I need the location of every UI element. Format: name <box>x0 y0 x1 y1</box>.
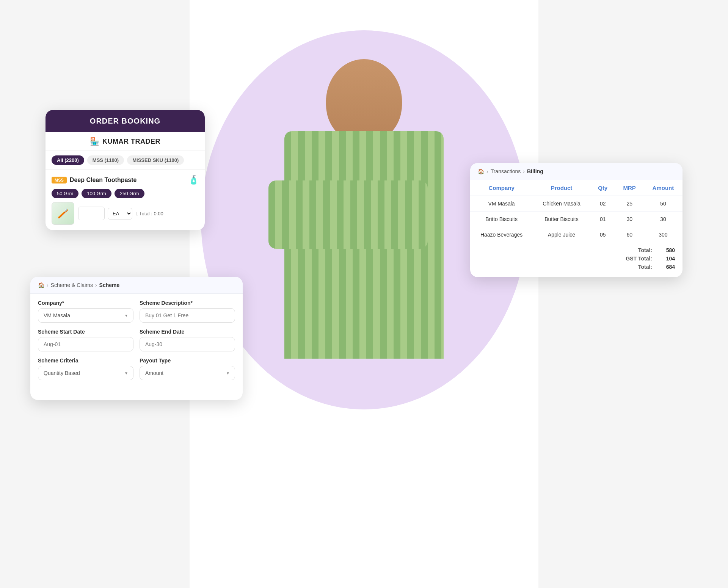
size-50g[interactable]: 50 Grm <box>52 189 78 198</box>
criteria-label: Scheme Criteria <box>38 358 133 364</box>
col-mrp: MRP <box>615 180 644 196</box>
row2-mrp: 30 <box>615 212 644 227</box>
product-image-row: 🪥 EA PCS L Total : 0.00 <box>52 202 199 225</box>
mss-badge: MSS <box>52 177 67 183</box>
breadcrumb-billing: Billing <box>527 168 543 174</box>
payout-select-wrapper: Amount Product Discount <box>140 366 235 380</box>
grand-total-row: Total: 684 <box>478 263 675 271</box>
row2-product: Butter Biscuits <box>533 212 590 227</box>
gst-total-row: GST Total: 104 <box>478 254 675 263</box>
billing-row-3: Haazo Beverages Apple Juice 05 60 300 <box>470 227 682 243</box>
row2-company: Britto Biscuits <box>470 212 533 227</box>
scheme-home-icon: 🏠 <box>38 282 44 288</box>
total-label: Total: <box>638 247 652 253</box>
row1-amount: 50 <box>644 196 682 212</box>
size-250g[interactable]: 250 Grm <box>115 189 144 198</box>
form-row-3: Scheme Criteria Quantity Based Amount Ba… <box>38 358 235 380</box>
breadcrumb-sep-2: › <box>523 168 525 174</box>
total-value: 580 <box>660 247 675 253</box>
criteria-select-wrapper: Quantity Based Amount Based <box>38 366 133 380</box>
home-icon: 🏠 <box>478 168 484 174</box>
tab-all[interactable]: All (2200) <box>52 155 84 165</box>
grand-value: 684 <box>660 264 675 270</box>
company-select-wrapper: VM Masala Britto Biscuits Haazo Beverage… <box>38 308 133 323</box>
store-info: 🏪 KUMAR TRADER <box>46 132 205 151</box>
scheme-form: Company* VM Masala Britto Biscuits Haazo… <box>30 294 243 392</box>
payout-select[interactable]: Amount Product Discount <box>140 366 235 380</box>
scheme-sep-2: › <box>95 282 97 288</box>
col-company: Company <box>470 180 533 196</box>
col-qty: Qty <box>590 180 615 196</box>
size-100g[interactable]: 100 Grm <box>82 189 111 198</box>
billing-row-2: Britto Biscuits Butter Biscuits 01 30 30 <box>470 212 682 227</box>
start-date-group: Scheme Start Date <box>38 329 133 351</box>
billing-card: 🏠 › Transactions › Billing Company Produ… <box>470 163 682 277</box>
billing-row-1: VM Masala Chicken Masala 02 25 50 <box>470 196 682 212</box>
end-date-label: Scheme End Date <box>140 329 235 335</box>
col-amount: Amount <box>644 180 682 196</box>
description-input[interactable] <box>140 308 235 323</box>
company-label: Company* <box>38 300 133 306</box>
billing-table: Company Product Qty MRP Amount VM Masala… <box>470 180 682 242</box>
product-label-row: MSS Deep Clean Toothpaste 🧴 <box>52 175 199 185</box>
start-date-input[interactable] <box>38 337 133 351</box>
criteria-select[interactable]: Quantity Based Amount Based <box>38 366 133 380</box>
form-row-2: Scheme Start Date Scheme End Date <box>38 329 235 351</box>
payout-group: Payout Type Amount Product Discount <box>140 358 235 380</box>
order-booking-header: ORDER BOOKING <box>46 110 205 132</box>
criteria-group: Scheme Criteria Quantity Based Amount Ba… <box>38 358 133 380</box>
tab-missed-sku[interactable]: MISSED SKU (1100) <box>127 155 184 165</box>
scheme-current: Scheme <box>99 282 120 288</box>
scheme-card: 🏠 › Scheme & Claims › Scheme Company* VM… <box>30 277 243 400</box>
start-date-label: Scheme Start Date <box>38 329 133 335</box>
qty-input-row: EA PCS L Total : 0.00 <box>78 207 199 220</box>
order-booking-title: ORDER BOOKING <box>90 117 160 125</box>
payout-label: Payout Type <box>140 358 235 364</box>
product-image: 🪥 <box>52 202 74 225</box>
row3-amount: 300 <box>644 227 682 243</box>
form-row-1: Company* VM Masala Britto Biscuits Haazo… <box>38 300 235 323</box>
scheme-claims-link[interactable]: Scheme & Claims <box>51 282 93 288</box>
product-row: MSS Deep Clean Toothpaste 🧴 50 Grm 100 G… <box>46 170 205 230</box>
grand-label: Total: <box>638 264 652 270</box>
row3-qty: 05 <box>590 227 615 243</box>
row3-mrp: 60 <box>615 227 644 243</box>
product-emoji-icon: 🧴 <box>188 175 199 185</box>
row1-product: Chicken Masala <box>533 196 590 212</box>
billing-totals: Total: 580 GST Total: 104 Total: 684 <box>470 242 682 277</box>
col-product: Product <box>533 180 590 196</box>
description-group: Scheme Description* <box>140 300 235 323</box>
row3-company: Haazo Beverages <box>470 227 533 243</box>
store-icon: 🏪 <box>90 137 99 146</box>
billing-table-header-row: Company Product Qty MRP Amount <box>470 180 682 196</box>
gst-label: GST Total: <box>626 256 652 262</box>
breadcrumb-transactions[interactable]: Transactions <box>491 168 521 174</box>
store-name: KUMAR TRADER <box>102 138 160 146</box>
scheme-breadcrumb: 🏠 › Scheme & Claims › Scheme <box>30 277 243 294</box>
description-label: Scheme Description* <box>140 300 235 306</box>
row2-qty: 01 <box>590 212 615 227</box>
row2-amount: 30 <box>644 212 682 227</box>
row1-mrp: 25 <box>615 196 644 212</box>
l-total: L Total : 0.00 <box>135 211 163 216</box>
end-date-input[interactable] <box>140 337 235 351</box>
order-tabs: All (2200) MSS (1100) MISSED SKU (1100) <box>46 151 205 170</box>
end-date-group: Scheme End Date <box>140 329 235 351</box>
product-image-emoji: 🪥 <box>57 208 69 219</box>
order-booking-card: ORDER BOOKING 🏪 KUMAR TRADER All (2200) … <box>46 110 205 230</box>
size-options: 50 Grm 100 Grm 250 Grm <box>52 189 199 198</box>
scheme-sep-1: › <box>47 282 49 288</box>
bg-right <box>538 0 728 588</box>
gst-value: 104 <box>660 256 675 262</box>
total-row: Total: 580 <box>478 246 675 254</box>
row1-qty: 02 <box>590 196 615 212</box>
unit-select[interactable]: EA PCS <box>108 208 132 220</box>
company-group: Company* VM Masala Britto Biscuits Haazo… <box>38 300 133 323</box>
billing-breadcrumb: 🏠 › Transactions › Billing <box>470 163 682 180</box>
quantity-input[interactable] <box>78 207 105 220</box>
tab-mss[interactable]: MSS (1100) <box>87 155 124 165</box>
company-select[interactable]: VM Masala Britto Biscuits Haazo Beverage… <box>38 308 133 323</box>
person-image <box>193 0 535 588</box>
breadcrumb-sep-1: › <box>486 168 488 174</box>
row1-company: VM Masala <box>470 196 533 212</box>
